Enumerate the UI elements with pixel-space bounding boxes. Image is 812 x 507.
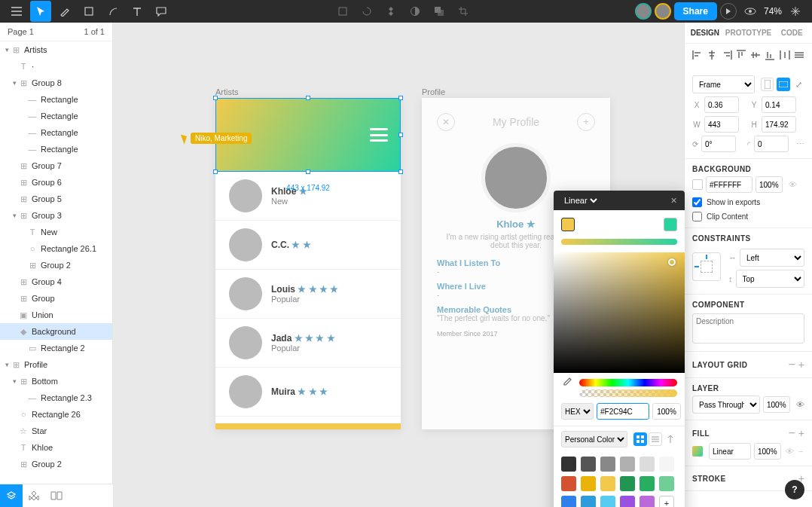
add-swatch-icon[interactable]: + bbox=[659, 496, 674, 507]
align-right-icon[interactable] bbox=[722, 50, 732, 60]
frame-label-profile[interactable]: Profile bbox=[422, 87, 445, 96]
fill-type-input[interactable] bbox=[709, 443, 751, 460]
view-icon[interactable] bbox=[740, 1, 761, 22]
gradient-preview[interactable] bbox=[561, 239, 677, 245]
layer-row[interactable]: TKhloe bbox=[0, 439, 112, 456]
components-tab-icon[interactable] bbox=[23, 484, 45, 507]
list-view-icon[interactable] bbox=[649, 432, 662, 446]
add-fill-icon[interactable]: + bbox=[798, 427, 804, 439]
palette-select[interactable]: Personal Colors bbox=[561, 431, 627, 447]
layer-row[interactable]: ⊞Group bbox=[0, 290, 112, 307]
distribute-h-icon[interactable] bbox=[780, 50, 790, 60]
layer-row[interactable]: ⊞Group 6 bbox=[0, 174, 112, 191]
shape-tool[interactable] bbox=[78, 1, 99, 22]
zoom-level[interactable]: 74% bbox=[764, 6, 782, 17]
alpha-slider[interactable] bbox=[579, 389, 677, 397]
layer-row[interactable]: —Rectangle bbox=[0, 124, 112, 141]
page-name[interactable]: Page 1 bbox=[8, 27, 34, 36]
mask-icon[interactable] bbox=[404, 1, 426, 22]
color-swatch[interactable] bbox=[640, 496, 655, 507]
color-swatch[interactable] bbox=[581, 476, 596, 491]
share-button[interactable]: Share bbox=[674, 2, 717, 20]
blend-mode-select[interactable]: Pass Through bbox=[692, 396, 760, 414]
layer-row[interactable]: T· bbox=[0, 58, 112, 75]
remove-fill-icon[interactable]: − bbox=[788, 426, 795, 439]
crop-icon[interactable] bbox=[453, 1, 474, 22]
layers-tab-icon[interactable] bbox=[0, 484, 23, 507]
orientation-landscape-icon[interactable] bbox=[777, 78, 789, 91]
color-picker[interactable]: Linear ✕ HEX Personal Colors + bbox=[554, 191, 685, 507]
gradient-stop-2[interactable] bbox=[664, 218, 677, 231]
hue-slider[interactable] bbox=[579, 379, 677, 386]
align-center-h-icon[interactable] bbox=[707, 50, 717, 60]
close-icon[interactable]: ✕ bbox=[670, 196, 677, 206]
align-left-icon[interactable] bbox=[692, 50, 703, 60]
gradient-type-select[interactable]: Linear bbox=[561, 195, 600, 206]
layer-row[interactable]: —Rectangle bbox=[0, 91, 112, 108]
canvas[interactable]: Artists Profile Khloe ★NewC.C. ★ ★Louis … bbox=[113, 23, 684, 507]
orientation-portrait-icon[interactable] bbox=[761, 78, 774, 91]
frame-label-artists[interactable]: Artists bbox=[215, 87, 239, 96]
y-input[interactable] bbox=[762, 96, 796, 113]
tab-code[interactable]: CODE bbox=[771, 23, 812, 43]
layer-row[interactable]: ○Rectangle 26 bbox=[0, 406, 112, 423]
rotate-icon[interactable] bbox=[356, 1, 377, 22]
align-top-icon[interactable] bbox=[736, 50, 746, 60]
x-input[interactable] bbox=[704, 96, 739, 113]
constraints-widget[interactable] bbox=[692, 252, 721, 281]
layer-row[interactable]: ⊞Group 4 bbox=[0, 273, 112, 290]
layer-row[interactable]: —Rectangle bbox=[0, 108, 112, 124]
color-spectrum[interactable] bbox=[554, 252, 685, 373]
layer-row[interactable]: ▾⊞Profile bbox=[0, 356, 112, 373]
show-exports-checkbox[interactable]: Show in exports bbox=[692, 197, 804, 207]
artists-frame[interactable]: Khloe ★NewC.C. ★ ★Louis ★ ★ ★ ★PopularJa… bbox=[215, 98, 401, 429]
color-swatch[interactable] bbox=[640, 457, 655, 472]
collaborator-avatar-1[interactable] bbox=[635, 3, 652, 20]
remove-icon[interactable]: − bbox=[798, 447, 803, 456]
color-swatch[interactable] bbox=[581, 496, 596, 507]
hex-input[interactable] bbox=[597, 403, 649, 420]
help-button[interactable]: ? bbox=[785, 480, 804, 499]
text-tool[interactable] bbox=[127, 1, 148, 22]
tab-prototype[interactable]: PROTOTYPE bbox=[725, 23, 772, 43]
pixel-grid-icon[interactable] bbox=[785, 1, 806, 22]
grid-view-icon[interactable] bbox=[633, 432, 647, 446]
layer-row[interactable]: —Rectangle bbox=[0, 141, 112, 157]
clip-content-checkbox[interactable]: Clip Content bbox=[692, 212, 804, 221]
color-swatch[interactable] bbox=[600, 476, 615, 491]
constraint-v-select[interactable]: Top bbox=[736, 270, 805, 288]
color-swatch[interactable] bbox=[561, 496, 576, 507]
pen-tool[interactable] bbox=[54, 1, 75, 22]
constraint-h-select[interactable]: Left bbox=[740, 249, 804, 267]
tab-design[interactable]: DESIGN bbox=[685, 23, 725, 43]
layer-row[interactable]: ◆Background bbox=[0, 323, 112, 340]
eyedropper-icon[interactable] bbox=[561, 377, 572, 388]
color-swatch[interactable] bbox=[561, 457, 576, 472]
remove-grid-icon[interactable]: − bbox=[788, 358, 795, 371]
play-icon[interactable] bbox=[720, 3, 737, 20]
align-center-v-icon[interactable] bbox=[750, 50, 761, 60]
color-swatch[interactable] bbox=[620, 476, 635, 491]
layer-row[interactable]: ⊞Group 2 bbox=[0, 456, 112, 472]
color-swatch[interactable] bbox=[600, 457, 615, 472]
align-bottom-icon[interactable] bbox=[765, 50, 775, 60]
boolean-icon[interactable] bbox=[429, 1, 450, 22]
radius-input[interactable] bbox=[754, 136, 789, 152]
library-tab-icon[interactable] bbox=[45, 484, 68, 507]
layer-row[interactable]: ○Rectangle 26.1 bbox=[0, 240, 112, 257]
color-swatch[interactable] bbox=[581, 457, 596, 472]
color-swatch[interactable] bbox=[659, 457, 674, 472]
hamburger-icon[interactable] bbox=[6, 1, 27, 22]
color-swatch[interactable] bbox=[600, 496, 615, 507]
frame-icon[interactable] bbox=[332, 1, 353, 22]
visibility-icon[interactable]: 👁 bbox=[796, 400, 804, 409]
layer-row[interactable]: ▾⊞Bottom bbox=[0, 373, 112, 389]
h-input[interactable] bbox=[762, 116, 796, 133]
layer-row[interactable]: ▣Union bbox=[0, 307, 112, 323]
comment-tool[interactable] bbox=[151, 1, 172, 22]
sort-icon[interactable] bbox=[664, 432, 677, 446]
layer-row[interactable]: ⊞Group 7 bbox=[0, 157, 112, 174]
move-tool[interactable] bbox=[30, 1, 51, 22]
frame-type-select[interactable]: Frame bbox=[692, 75, 755, 93]
layer-row[interactable]: TNew bbox=[0, 224, 112, 240]
